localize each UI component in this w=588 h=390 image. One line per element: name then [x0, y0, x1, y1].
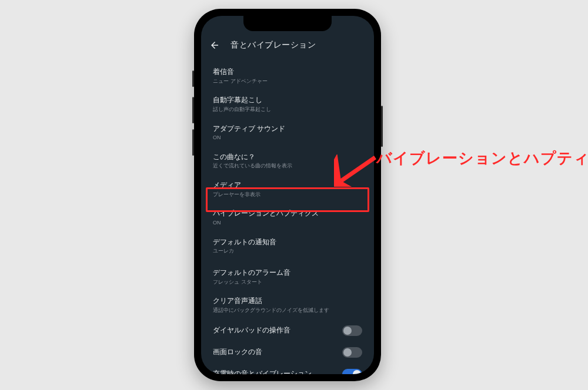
- row-subtitle: プレーヤーを非表示: [213, 191, 362, 199]
- row-title: デフォルトのアラーム音: [213, 268, 362, 278]
- settings-list: 着信音 ニュー アドベンチャー 自動字幕起こし 話し声の自動字幕起こし アダプテ…: [201, 62, 374, 374]
- svg-line-0: [341, 157, 375, 181]
- phone-power-button: [381, 106, 383, 147]
- toggle-charging-sound[interactable]: [342, 369, 362, 374]
- row-title: クリア音声通話: [213, 297, 362, 306]
- back-button[interactable]: [209, 40, 220, 51]
- row-title: 自動字幕起こし: [213, 96, 362, 105]
- row-title: ダイヤルパッドの操作音: [213, 326, 342, 335]
- row-screen-lock-sound[interactable]: 画面ロックの音: [201, 341, 374, 363]
- row-default-notification[interactable]: デフォルトの通知音 ユーレカ: [201, 232, 374, 260]
- row-clear-calling[interactable]: クリア音声通話 通話中にバックグラウンドのノイズを低減します: [201, 291, 374, 319]
- row-charging-sound[interactable]: 充電時の音とバイブレーション: [201, 363, 374, 374]
- phone-volume-up: [192, 97, 194, 123]
- phone-frame: 音とバイブレーション 着信音 ニュー アドベンチャー 自動字幕起こし 話し声の自…: [194, 9, 381, 381]
- row-live-caption[interactable]: 自動字幕起こし 話し声の自動字幕起こし: [201, 90, 374, 118]
- row-subtitle: 話し声の自動字幕起こし: [213, 106, 362, 113]
- row-subtitle: ON: [213, 135, 362, 142]
- phone-mute-switch: [192, 70, 194, 87]
- row-subtitle: ユーレカ: [213, 248, 362, 255]
- toggle-screen-lock-sound[interactable]: [342, 347, 362, 358]
- arrow-left-icon: [209, 40, 220, 51]
- row-subtitle: ON: [213, 220, 362, 227]
- row-dialpad-tones[interactable]: ダイヤルパッドの操作音: [201, 320, 374, 341]
- row-default-alarm[interactable]: デフォルトのアラーム音 フレッシュ スタート: [201, 263, 374, 291]
- row-subtitle: フレッシュ スタート: [213, 279, 362, 286]
- row-title: アダプティブ サウンド: [213, 125, 362, 134]
- page-title: 音とバイブレーション: [230, 40, 316, 51]
- row-ringtone[interactable]: 着信音 ニュー アドベンチャー: [201, 62, 374, 90]
- settings-header: 音とバイブレーション: [201, 33, 374, 57]
- phone-screen: 音とバイブレーション 着信音 ニュー アドベンチャー 自動字幕起こし 話し声の自…: [201, 16, 374, 374]
- row-subtitle: ニュー アドベンチャー: [213, 78, 362, 85]
- row-title: 着信音: [213, 68, 362, 77]
- phone-volume-down: [192, 129, 194, 156]
- phone-notch: [243, 16, 332, 31]
- row-adaptive-sound[interactable]: アダプティブ サウンド ON: [201, 119, 374, 147]
- row-subtitle: 通話中にバックグラウンドのノイズを低減します: [213, 307, 362, 314]
- row-title: バイブレーションとハプティクス: [213, 209, 362, 218]
- row-title: デフォルトの通知音: [213, 238, 362, 247]
- annotation-arrow-icon: [334, 154, 378, 187]
- row-vibration-haptics[interactable]: バイブレーションとハプティクス ON: [201, 203, 374, 231]
- annotation-label: バイブレーションとハプティクス: [376, 148, 588, 169]
- row-title: 画面ロックの音: [213, 348, 342, 357]
- row-title: 充電時の音とバイブレーション: [213, 369, 342, 374]
- toggle-dialpad-tones[interactable]: [342, 325, 362, 336]
